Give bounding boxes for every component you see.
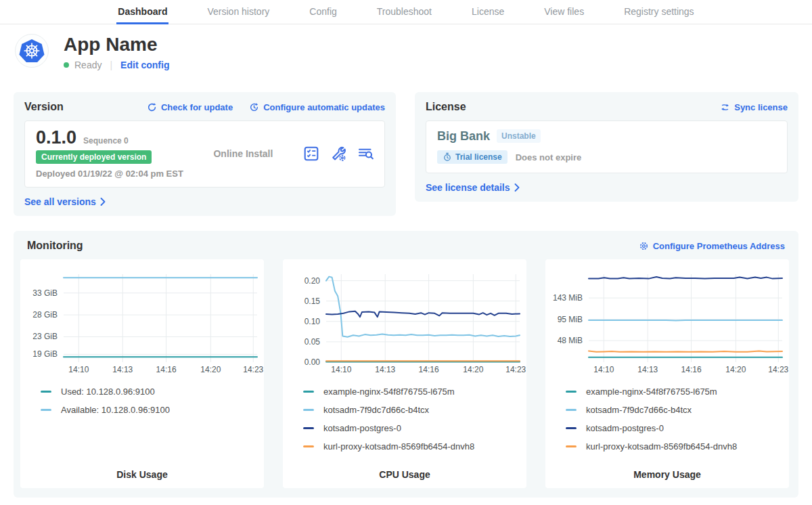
legend-item: kotsadm-postgres-0 — [303, 423, 526, 433]
svg-text:14:20: 14:20 — [725, 365, 746, 374]
see-all-versions-link[interactable]: See all versions — [24, 196, 106, 207]
version-card: Version Check for update Configure autom… — [14, 92, 396, 216]
see-license-details-link[interactable]: See license details — [426, 182, 520, 193]
svg-text:95 MiB: 95 MiB — [558, 315, 583, 324]
refresh-icon — [147, 102, 157, 112]
version-action-icons — [303, 146, 374, 162]
legend-swatch-icon — [41, 391, 51, 393]
tab-license[interactable]: License — [470, 0, 505, 24]
svg-text:14:23: 14:23 — [505, 365, 526, 374]
disk-usage-legend: Used: 10.128.0.96:9100Available: 10.128.… — [41, 378, 264, 415]
svg-text:33 GiB: 33 GiB — [32, 288, 58, 298]
admin-console-page: DashboardVersion historyConfigTroublesho… — [0, 0, 812, 505]
tab-troubleshoot[interactable]: Troubleshoot — [376, 0, 433, 24]
legend-item: Available: 10.128.0.96:9100 — [41, 405, 264, 415]
legend-label: kotsadm-7f9dc7d66c-b4tcx — [323, 405, 429, 415]
svg-text:14:20: 14:20 — [463, 365, 483, 374]
legend-swatch-icon — [303, 445, 314, 447]
legend-swatch-icon — [41, 409, 51, 411]
svg-text:0.05: 0.05 — [304, 337, 321, 347]
svg-text:14:23: 14:23 — [768, 365, 788, 374]
svg-text:143 MiB: 143 MiB — [553, 293, 583, 303]
legend-label: Used: 10.128.0.96:9100 — [61, 387, 155, 397]
legend-swatch-icon — [566, 427, 577, 429]
channel-badge: Unstable — [497, 129, 541, 143]
tab-view-files[interactable]: View files — [543, 0, 585, 24]
svg-text:14:23: 14:23 — [243, 365, 263, 374]
install-type-label: Online Install — [213, 148, 273, 159]
cpu-usage-card: 14:1014:1314:1614:2014:230.200.150.100.0… — [283, 259, 526, 488]
legend-label: kotsadm-postgres-0 — [586, 423, 664, 433]
app-header-text: App Name Ready | Edit config — [64, 34, 169, 70]
view-logs-icon[interactable] — [357, 146, 374, 162]
legend-label: kurl-proxy-kotsadm-8569fb6454-dnvh8 — [323, 441, 474, 452]
chart-title: Memory Usage — [545, 462, 789, 480]
monitoring-header: Monitoring Configure Prometheus Address — [20, 238, 792, 252]
divider: | — [107, 60, 115, 70]
svg-text:14:16: 14:16 — [681, 365, 702, 374]
legend-item: kurl-proxy-kotsadm-8569fb6454-dnvh8 — [303, 441, 526, 452]
legend-item: kotsadm-postgres-0 — [566, 423, 789, 433]
disk-usage-chart: 14:1014:1314:1614:2014:2333 GiB28 GiB23 … — [20, 267, 264, 374]
clock-refresh-icon — [249, 102, 259, 112]
app-status-text: Ready — [74, 60, 102, 70]
svg-text:14:20: 14:20 — [200, 365, 221, 374]
legend-item: example-nginx-54f8f76755-l675m — [566, 387, 789, 397]
license-box: Big Bank Unstable Trial license Does not… — [426, 120, 788, 173]
summary-cards-row: Version Check for update Configure autom… — [0, 92, 812, 216]
license-card-header: License Sync license — [426, 100, 788, 114]
svg-text:0.20: 0.20 — [304, 276, 321, 286]
svg-text:0.10: 0.10 — [304, 317, 321, 326]
svg-text:0.15: 0.15 — [304, 297, 321, 306]
legend-swatch-icon — [566, 391, 577, 393]
legend-label: kurl-proxy-kotsadm-8569fb6454-dnvh8 — [586, 441, 737, 452]
legend-swatch-icon — [303, 427, 314, 429]
svg-text:0.00: 0.00 — [304, 357, 321, 367]
see-license-details-row: See license details — [426, 181, 788, 194]
version-number: 0.1.0 — [36, 128, 76, 147]
configure-automatic-updates-link[interactable]: Configure automatic updates — [249, 102, 385, 112]
expiry-text: Does not expire — [516, 152, 582, 162]
svg-text:14:13: 14:13 — [112, 365, 133, 374]
cpu-usage-legend: example-nginx-54f8f76755-l675mkotsadm-7f… — [303, 378, 526, 452]
stopwatch-icon — [443, 152, 452, 162]
config-wrench-icon[interactable] — [330, 146, 346, 162]
currently-deployed-badge: Currently deployed version — [36, 150, 152, 164]
see-all-versions-row: See all versions — [24, 196, 385, 208]
current-version-box: 0.1.0 Sequence 0 Currently deployed vers… — [24, 120, 385, 188]
svg-text:14:10: 14:10 — [68, 365, 89, 374]
chart-title: Disk Usage — [20, 462, 264, 480]
kubernetes-logo-icon — [15, 34, 49, 68]
legend-item: Used: 10.128.0.96:9100 — [41, 387, 264, 397]
legend-label: example-nginx-54f8f76755-l675m — [586, 387, 717, 397]
license-card-title: License — [426, 101, 466, 113]
version-card-actions: Check for update Configure automatic upd… — [147, 102, 385, 112]
cpu-usage-chart: 14:1014:1314:1614:2014:230.200.150.100.0… — [283, 267, 526, 374]
customer-name: Big Bank — [437, 129, 490, 144]
legend-label: kotsadm-postgres-0 — [323, 423, 401, 433]
legend-swatch-icon — [303, 409, 314, 411]
legend-item: kurl-proxy-kotsadm-8569fb6454-dnvh8 — [566, 441, 789, 452]
legend-swatch-icon — [566, 409, 577, 411]
tab-version-history[interactable]: Version history — [206, 0, 271, 24]
chevron-right-icon — [100, 198, 106, 206]
version-card-header: Version Check for update Configure autom… — [24, 100, 385, 114]
configure-prometheus-link[interactable]: Configure Prometheus Address — [639, 241, 785, 251]
top-nav: DashboardVersion historyConfigTroublesho… — [0, 0, 812, 24]
tab-registry-settings[interactable]: Registry settings — [623, 0, 695, 24]
tab-config[interactable]: Config — [308, 0, 338, 24]
svg-text:48 MiB: 48 MiB — [558, 336, 583, 345]
disk-usage-card: 14:1014:1314:1614:2014:2333 GiB28 GiB23 … — [20, 259, 264, 488]
tab-dashboard[interactable]: Dashboard — [116, 0, 168, 24]
svg-text:14:16: 14:16 — [419, 365, 439, 374]
legend-label: kotsadm-7f9dc7d66c-b4tcx — [586, 405, 692, 415]
edit-config-link[interactable]: Edit config — [120, 60, 169, 70]
sequence-label: Sequence 0 — [83, 136, 129, 146]
svg-text:19 GiB: 19 GiB — [32, 349, 58, 359]
charts-row: 14:1014:1314:1614:2014:2333 GiB28 GiB23 … — [20, 259, 792, 488]
preflight-checks-icon[interactable] — [303, 146, 319, 162]
deployed-timestamp: Deployed 01/19/22 @ 02:04 pm EST — [36, 169, 183, 179]
check-for-update-link[interactable]: Check for update — [147, 102, 233, 112]
sync-license-link[interactable]: Sync license — [720, 102, 788, 112]
legend-swatch-icon — [303, 391, 314, 393]
